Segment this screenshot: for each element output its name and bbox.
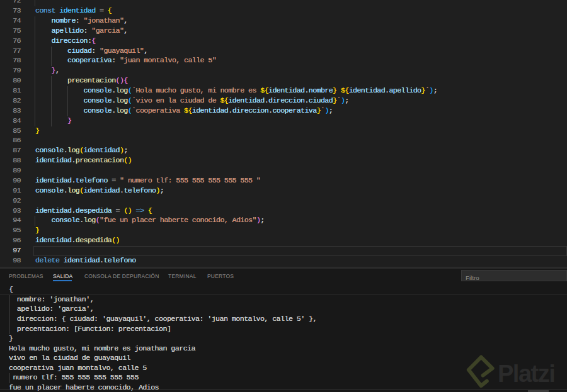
- svg-text:Platzi: Platzi: [498, 361, 554, 387]
